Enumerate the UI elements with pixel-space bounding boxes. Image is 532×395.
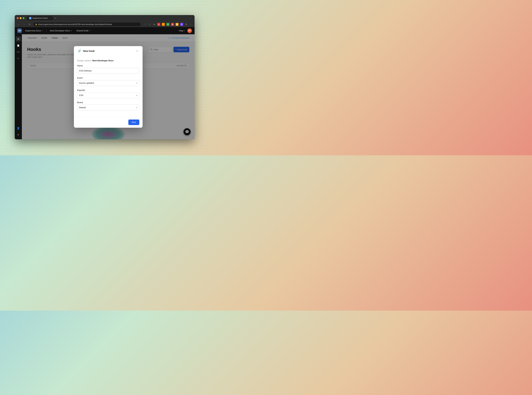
modal-overlay: 🔗 New hook × Design system: Next Develop… xyxy=(22,34,195,139)
doc-name: Next Developer Docs xyxy=(50,29,70,32)
sidebar-icon-edit[interactable]: ✏ xyxy=(16,56,21,61)
tab-title: Supernova Cloud xyxy=(32,17,48,19)
title-bar: S Supernova Cloud × + ⌄ xyxy=(15,15,195,21)
bookmark-icon[interactable]: ☆ xyxy=(148,22,152,27)
brand-form-group: Brand Default xyxy=(77,101,139,110)
header-separator: / xyxy=(46,29,47,32)
doc-chevron: ▾ xyxy=(71,30,72,32)
next-button[interactable]: Next xyxy=(128,120,139,125)
design-system-value: Next Developer Docs xyxy=(92,59,114,62)
help-button[interactable]: Help ▾ xyxy=(178,29,186,33)
modal-header: 🔗 New hook × xyxy=(74,46,143,56)
brand-label: Brand xyxy=(77,101,139,104)
refresh-button[interactable]: ↻ xyxy=(27,22,32,27)
doc-selector[interactable]: Next Developer Docs ▾ xyxy=(49,29,73,33)
modal-footer: Next xyxy=(74,117,143,128)
tab-favicon: S xyxy=(29,17,31,19)
star-icon[interactable]: ★ xyxy=(152,22,156,27)
draft-selector[interactable]: Shared Draft ▾ xyxy=(75,29,92,33)
sidebar-icon-user[interactable]: 👤 xyxy=(16,126,21,131)
modal-title: New hook xyxy=(83,49,135,52)
forward-button[interactable]: › xyxy=(22,22,26,27)
help-chevron: ▾ xyxy=(184,30,185,32)
menu-icon[interactable]: ⋮ xyxy=(189,22,193,27)
active-tab[interactable]: S Supernova Cloud × xyxy=(27,16,53,20)
ext2-icon[interactable]: ● xyxy=(161,22,165,27)
workspace-selector[interactable]: Supernova Docs ▾ xyxy=(24,29,44,33)
sidebar: ⊞ 📋 </> ✏ 👤 ⚙ xyxy=(15,34,22,139)
app-header: SD Supernova Docs ▾ / Next Developer Doc… xyxy=(15,27,195,34)
minimize-traffic-light[interactable] xyxy=(20,17,22,19)
tab-close-button[interactable]: × xyxy=(49,17,51,19)
sidebar-icon-document[interactable]: 📋 xyxy=(16,43,21,48)
ext1-icon[interactable]: ● xyxy=(157,22,161,27)
url-bar[interactable]: 🔒 cloud.supernova.io/ws/supernova-docs/d… xyxy=(33,22,141,27)
main-layout: ⊞ 📋 </> ✏ 👤 ⚙ Exporters Builds Hooks Sto… xyxy=(15,34,195,139)
name-label: Name xyxy=(77,64,139,67)
draft-name: Shared Draft xyxy=(76,29,88,32)
new-tab-button[interactable]: + xyxy=(54,16,58,20)
name-form-group: Name xyxy=(77,64,139,74)
puzzle-icon[interactable]: ⧉ xyxy=(184,22,188,27)
ext6-icon[interactable]: ✦ xyxy=(180,22,184,27)
workspace-name: Supernova Docs xyxy=(25,29,41,32)
event-form-group: Event Source updated xyxy=(77,77,139,86)
url-text: cloud.supernova.io/ws/supernova-docs/ds/… xyxy=(38,23,139,26)
traffic-lights xyxy=(17,17,25,19)
header-right: Help ▾ JT xyxy=(178,28,192,33)
brand-select[interactable]: Default xyxy=(77,105,139,110)
window-collapse-button[interactable]: ⌄ xyxy=(188,16,192,20)
sidebar-icon-settings[interactable]: ⚙ xyxy=(16,132,21,137)
ext5-icon[interactable]: ◐ xyxy=(175,22,179,27)
ext3-icon[interactable]: ✦ xyxy=(166,22,170,27)
workspace-chevron: ▾ xyxy=(42,30,43,32)
close-traffic-light[interactable] xyxy=(17,17,19,19)
address-bar: ‹ › ↻ 🔒 cloud.supernova.io/ws/supernova-… xyxy=(15,21,195,27)
ext4-icon[interactable]: ⊕ xyxy=(170,22,175,27)
modal-hook-icon: 🔗 xyxy=(77,49,82,53)
maximize-traffic-light[interactable] xyxy=(22,17,25,19)
window-controls: ⌄ xyxy=(188,16,192,20)
design-system-info: Design system: Next Developer Docs xyxy=(77,59,139,62)
app-logo: SD xyxy=(17,28,22,33)
exporter-label: Exporter xyxy=(77,89,139,91)
modal-close-button[interactable]: × xyxy=(135,49,139,53)
content-area: Exporters Builds Hooks Store ⬡ VS Code e… xyxy=(22,34,195,139)
app-area: SD Supernova Docs ▾ / Next Developer Doc… xyxy=(15,27,195,139)
lock-icon: 🔒 xyxy=(35,23,37,25)
back-button[interactable]: ‹ xyxy=(16,22,21,27)
user-avatar[interactable]: JT xyxy=(187,28,192,33)
browser-window: S Supernova Cloud × + ⌄ ‹ › ↻ 🔒 cloud.su… xyxy=(15,15,195,139)
sidebar-icon-grid[interactable]: ⊞ xyxy=(16,36,21,42)
tab-area: S Supernova Cloud × + xyxy=(27,16,187,20)
modal-body: Design system: Next Developer Docs Name … xyxy=(74,56,143,117)
sidebar-icon-code[interactable]: </> xyxy=(16,49,21,55)
name-input[interactable] xyxy=(77,68,139,74)
draft-chevron: ▾ xyxy=(89,30,90,32)
event-label: Event xyxy=(77,77,139,79)
cast-icon[interactable]: ⬚ xyxy=(143,22,147,27)
browser-toolbar: ⬚ ☆ ★ ● ● ✦ ⊕ ◐ ✦ ⧉ ⋮ xyxy=(143,22,193,27)
help-label: Help xyxy=(179,29,183,32)
new-hook-modal: 🔗 New hook × Design system: Next Develop… xyxy=(74,46,143,128)
exporter-form-group: Exporter CSS xyxy=(77,89,139,98)
exporter-select[interactable]: CSS xyxy=(77,92,139,98)
event-select[interactable]: Source updated xyxy=(77,80,139,86)
